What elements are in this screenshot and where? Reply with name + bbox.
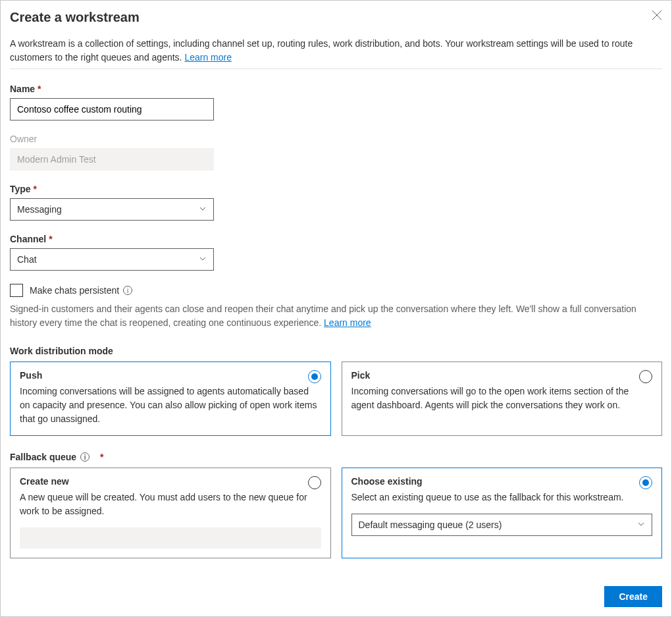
owner-input: Modern Admin Test (10, 148, 214, 171)
name-field: Name * (10, 84, 662, 121)
name-input[interactable] (10, 98, 214, 121)
choose-existing-desc: Select an existing queue to use as the f… (351, 491, 653, 504)
create-button[interactable]: Create (604, 586, 662, 607)
name-label: Name * (10, 84, 662, 94)
choose-existing-title: Choose existing (351, 476, 653, 487)
persistent-checkbox-row: Make chats persistent i (10, 284, 662, 297)
existing-queue-select[interactable]: Default messaging queue (2 users) (351, 514, 653, 536)
owner-field: Owner Modern Admin Test (10, 134, 662, 171)
create-new-radio[interactable] (308, 476, 321, 489)
fallback-queue-options: Create new A new queue will be created. … (10, 468, 662, 558)
panel-title: Create a workstream (10, 10, 140, 25)
work-distribution-label: Work distribution mode (10, 346, 662, 356)
push-title: Push (20, 370, 321, 381)
choose-existing-radio[interactable] (639, 476, 652, 489)
create-new-card[interactable]: Create new A new queue will be created. … (10, 468, 331, 558)
info-icon[interactable]: i (123, 286, 132, 295)
close-icon (652, 13, 662, 22)
footer: Create (10, 586, 662, 607)
create-new-title: Create new (20, 476, 321, 487)
chevron-down-icon (199, 204, 207, 215)
chevron-down-icon (199, 254, 207, 265)
channel-label: Channel * (10, 234, 662, 244)
persistent-checkbox[interactable] (10, 284, 23, 297)
channel-select[interactable]: Chat (10, 248, 214, 271)
pick-radio[interactable] (639, 370, 652, 383)
channel-value: Chat (17, 254, 37, 265)
create-workstream-panel: Create a workstream A workstream is a co… (0, 0, 672, 617)
type-label: Type * (10, 184, 662, 194)
learn-more-link[interactable]: Learn more (184, 52, 232, 63)
existing-queue-value: Default messaging queue (2 users) (359, 520, 502, 530)
pick-card[interactable]: Pick Incoming conversations will go to t… (342, 362, 663, 436)
work-distribution-options: Push Incoming conversations will be assi… (10, 362, 662, 436)
push-desc: Incoming conversations will be assigned … (20, 385, 321, 426)
type-field: Type * Messaging (10, 184, 662, 221)
info-icon[interactable]: i (80, 452, 90, 462)
choose-existing-card[interactable]: Choose existing Select an existing queue… (342, 468, 663, 558)
persistent-learn-more-link[interactable]: Learn more (324, 317, 371, 328)
owner-label: Owner (10, 134, 662, 144)
push-card[interactable]: Push Incoming conversations will be assi… (10, 362, 331, 436)
type-select[interactable]: Messaging (10, 198, 214, 221)
new-queue-name-input (20, 527, 321, 549)
create-new-desc: A new queue will be created. You must ad… (20, 491, 321, 518)
pick-desc: Incoming conversations will go to the op… (351, 385, 653, 412)
close-button[interactable] (652, 10, 662, 22)
type-value: Messaging (17, 204, 62, 215)
chevron-down-icon (637, 520, 645, 530)
pick-title: Pick (351, 370, 653, 381)
fallback-queue-label: Fallback queue i * (10, 452, 662, 462)
channel-field: Channel * Chat (10, 234, 662, 271)
persistent-label: Make chats persistent i (30, 285, 132, 296)
persistent-helper: Signed-in customers and their agents can… (10, 302, 662, 330)
push-radio[interactable] (308, 370, 321, 383)
panel-description: A workstream is a collection of settings… (10, 37, 662, 69)
